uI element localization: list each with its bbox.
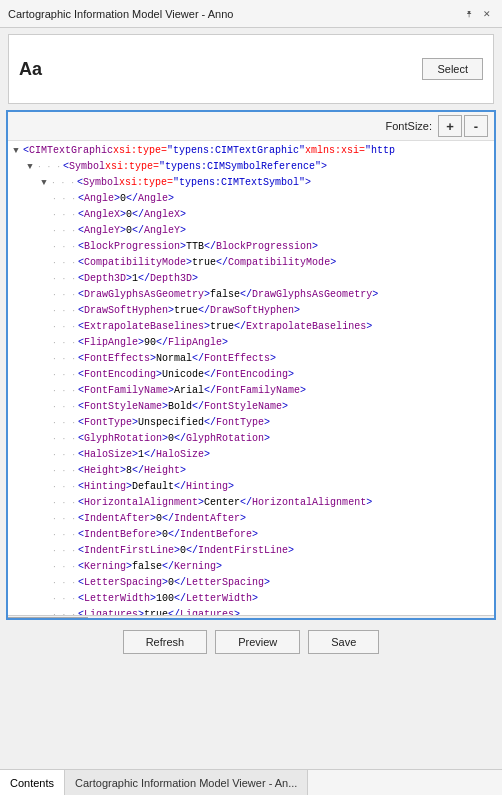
- xml-line: · · · <Kerning>false</Kerning>: [8, 559, 494, 575]
- xml-line: · · · <IndentBefore>0</IndentBefore>: [8, 527, 494, 543]
- expand-icon[interactable]: ▼: [24, 161, 36, 173]
- font-size-label: FontSize:: [386, 120, 432, 132]
- xml-line: · · · <FontEffects>Normal</FontEffects>: [8, 351, 494, 367]
- pin-icon[interactable]: 🖈: [462, 7, 476, 21]
- title-bar: Cartographic Information Model Viewer - …: [0, 0, 502, 28]
- xml-line: · · · <FontFamilyName>Arial</FontFamilyN…: [8, 383, 494, 399]
- window-title: Cartographic Information Model Viewer - …: [8, 8, 233, 20]
- tab-contents[interactable]: Contents: [0, 770, 65, 795]
- refresh-button[interactable]: Refresh: [123, 630, 208, 654]
- xml-line: · · · <FontStyleName>Bold</FontStyleName…: [8, 399, 494, 415]
- save-button[interactable]: Save: [308, 630, 379, 654]
- xml-panel: FontSize: + - ▼ <CIMTextGraphic xsi:type…: [6, 110, 496, 620]
- xml-line: ▼ <CIMTextGraphic xsi:type="typens:CIMTe…: [8, 143, 494, 159]
- xml-line: · · · <FontType>Unspecified</FontType>: [8, 415, 494, 431]
- select-button[interactable]: Select: [422, 58, 483, 80]
- xml-content[interactable]: ▼ <CIMTextGraphic xsi:type="typens:CIMTe…: [8, 141, 494, 615]
- xml-line: · · · <ExtrapolateBaselines>true</Extrap…: [8, 319, 494, 335]
- tab-cim-viewer[interactable]: Cartographic Information Model Viewer - …: [65, 770, 308, 795]
- xml-line: · · · <FontEncoding>Unicode</FontEncodin…: [8, 367, 494, 383]
- xml-line: · · · <DrawSoftHyphen>true</DrawSoftHyph…: [8, 303, 494, 319]
- xml-line: · · · <HorizontalAlignment>Center</Horiz…: [8, 495, 494, 511]
- action-buttons: Refresh Preview Save: [0, 624, 502, 658]
- window-controls: 🖈 ✕: [462, 7, 494, 21]
- tab-cim-viewer-label: Cartographic Information Model Viewer - …: [75, 777, 297, 789]
- horizontal-scrollbar[interactable]: [8, 615, 494, 620]
- xml-line: · · · <GlyphRotation>0</GlyphRotation>: [8, 431, 494, 447]
- preview-area: Aa Select: [8, 34, 494, 104]
- xml-line: ▼ · · · <Symbol xsi:type="typens:CIMSymb…: [8, 159, 494, 175]
- increase-font-button[interactable]: +: [438, 115, 462, 137]
- xml-line: · · · <IndentAfter>0</IndentAfter>: [8, 511, 494, 527]
- tab-bar: Contents Cartographic Information Model …: [0, 769, 502, 795]
- preview-text: Aa: [19, 59, 42, 80]
- expand-icon[interactable]: ▼: [38, 177, 50, 189]
- scrollbar-thumb[interactable]: [8, 617, 88, 620]
- xml-line: · · · <IndentFirstLine>0</IndentFirstLin…: [8, 543, 494, 559]
- xml-line: · · · <LetterSpacing>0</LetterSpacing>: [8, 575, 494, 591]
- xml-line: · · · <DrawGlyphsAsGeometry>false</DrawG…: [8, 287, 494, 303]
- expand-icon[interactable]: ▼: [10, 145, 22, 157]
- close-icon[interactable]: ✕: [480, 7, 494, 21]
- preview-button[interactable]: Preview: [215, 630, 300, 654]
- xml-line: · · · <HaloSize>1</HaloSize>: [8, 447, 494, 463]
- xml-toolbar: FontSize: + -: [8, 112, 494, 141]
- xml-line: · · · <BlockProgression>TTB</BlockProgre…: [8, 239, 494, 255]
- xml-line: · · · <Angle>0</Angle>: [8, 191, 494, 207]
- xml-line: · · · <Hinting>Default</Hinting>: [8, 479, 494, 495]
- xml-line: · · · <Ligatures>true</Ligatures>: [8, 607, 494, 615]
- xml-line: · · · <Depth3D>1</Depth3D>: [8, 271, 494, 287]
- xml-line: · · · <AngleY>0</AngleY>: [8, 223, 494, 239]
- xml-line: · · · <FlipAngle>90</FlipAngle>: [8, 335, 494, 351]
- xml-line: · · · <LetterWidth>100</LetterWidth>: [8, 591, 494, 607]
- decrease-font-button[interactable]: -: [464, 115, 488, 137]
- xml-line: · · · <AngleX>0</AngleX>: [8, 207, 494, 223]
- xml-line: ▼ · · · <Symbol xsi:type="typens:CIMText…: [8, 175, 494, 191]
- xml-line: · · · <Height>8</Height>: [8, 463, 494, 479]
- xml-line: · · · <CompatibilityMode>true</Compatibi…: [8, 255, 494, 271]
- tab-contents-label: Contents: [10, 777, 54, 789]
